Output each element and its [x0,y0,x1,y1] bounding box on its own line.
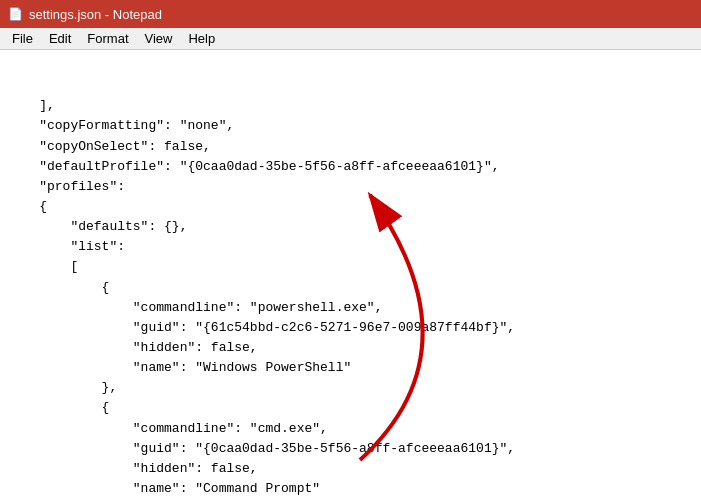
code-line: "name": "Windows PowerShell" [8,358,693,378]
code-line: "hidden": false, [8,338,693,358]
menu-view[interactable]: View [137,29,181,48]
code-line: "hidden": false, [8,459,693,479]
code-line: { [8,197,693,217]
code-line: "guid": "{0caa0dad-35be-5f56-a8ff-afceee… [8,439,693,459]
code-line: }, [8,378,693,398]
code-line: "commandline": "powershell.exe", [8,298,693,318]
code-line: "list": [8,237,693,257]
code-line: ], [8,96,693,116]
title-bar: 📄 settings.json - Notepad [0,0,701,28]
menu-format[interactable]: Format [79,29,136,48]
code-line: "name": "Command Prompt" [8,479,693,499]
code-line: { [8,278,693,298]
code-line: "guid": "{61c54bbd-c2c6-5271-96e7-009a87… [8,318,693,338]
editor-area[interactable]: ], "copyFormatting": "none", "copyOnSele… [0,50,701,500]
code-line: "commandline": "cmd.exe", [8,419,693,439]
menu-file[interactable]: File [4,29,41,48]
title-bar-text: settings.json - Notepad [29,7,162,22]
code-line: "copyOnSelect": false, [8,137,693,157]
code-line: { [8,398,693,418]
code-line: "profiles": [8,177,693,197]
menu-help[interactable]: Help [180,29,223,48]
code-line: "defaults": {}, [8,217,693,237]
menu-edit[interactable]: Edit [41,29,79,48]
code-line: [ [8,257,693,277]
code-line: "copyFormatting": "none", [8,116,693,136]
code-content: ], "copyFormatting": "none", "copyOnSele… [8,96,693,500]
code-line: "defaultProfile": "{0caa0dad-35be-5f56-a… [8,157,693,177]
menu-bar: File Edit Format View Help [0,28,701,50]
app-icon: 📄 [8,7,23,21]
